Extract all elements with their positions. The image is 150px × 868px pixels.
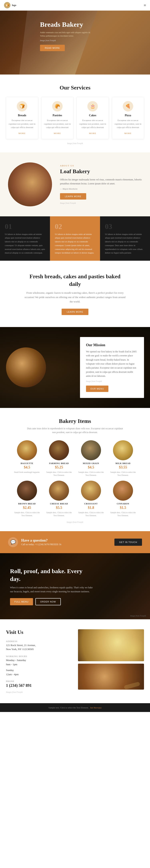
breads-icon: 🍞 bbox=[17, 101, 27, 112]
hamburger-icon: ≡ bbox=[144, 3, 146, 7]
bakery-items-section: Bakery Items Duis aute irure dolor in re… bbox=[0, 408, 150, 531]
read-more-button[interactable]: READ MORE bbox=[40, 45, 65, 51]
mission-section: Our Mission We opened our first bakery i… bbox=[0, 327, 150, 408]
brown-image bbox=[17, 480, 37, 501]
service-cakes-link[interactable]: MORE bbox=[89, 132, 96, 134]
services-grid: 🍞 Breads Excepteur sint occaecat cupidat… bbox=[6, 97, 144, 139]
fresh-desc: From wholesome, organic loaves to mouth-… bbox=[23, 291, 127, 304]
pastries-icon: 🥐 bbox=[52, 101, 63, 112]
cakes-icon: 🎂 bbox=[87, 101, 98, 112]
service-pizza-desc: Excepteur sint occaecat cupidatat non pr… bbox=[115, 119, 142, 129]
cheese-price: $5.5 bbox=[45, 506, 73, 510]
full-menu-button[interactable]: FULL MENU bbox=[10, 598, 33, 605]
mission-credit: Image from Freepik bbox=[86, 380, 138, 382]
mission-text: We opened our first bakery in the South … bbox=[86, 350, 138, 378]
loaf-content: ABOUT US Loaf Bakery Officies his intege… bbox=[60, 164, 142, 204]
footer-text: Sample text. Click to select the Text El… bbox=[6, 706, 144, 709]
mixed-name: MIXED GRAIN bbox=[77, 462, 105, 464]
roll-section: Roll, proof, and bake. Every day. When i… bbox=[0, 553, 150, 619]
visit-address-block: ADDRESS 121 Rock Street, 21 Avenue,New Y… bbox=[6, 640, 72, 652]
item-cheese-bread: CHEESE BREAD $5.5 Sample desc. Click to … bbox=[45, 480, 73, 517]
farming-price: $5.25 bbox=[45, 465, 73, 469]
croissant-image bbox=[81, 480, 101, 501]
order-now-button[interactable]: ORDER NOW bbox=[35, 598, 61, 605]
question-subtitle: Call us today: +1 (234) 5678 FREEEE Or bbox=[21, 543, 61, 546]
service-breads-name: Breads bbox=[9, 114, 36, 117]
num-block-3: 03 Ut labore et dolore magna enim ad min… bbox=[100, 216, 150, 261]
baguette-image bbox=[17, 440, 37, 460]
visit-phone-value: 1 (234) 567 891 bbox=[6, 683, 72, 688]
roll-buttons: FULL MENU ORDER NOW bbox=[10, 598, 94, 605]
farming-name: FARMING BREAD bbox=[45, 462, 73, 464]
num-block-1: 01 Ut labore et dolore magna enim ad min… bbox=[0, 216, 50, 261]
loaf-label: ABOUT US bbox=[60, 164, 142, 167]
hero-image-credit: Image from Freepik bbox=[40, 39, 144, 41]
item-farming-bread: FARMING BREAD $5.25 Sample desc. Click t… bbox=[45, 440, 73, 477]
loaf-learn-more-button[interactable]: LEARN MORE bbox=[60, 193, 86, 199]
visit-image-bottom bbox=[78, 663, 144, 690]
visit-images bbox=[78, 629, 144, 690]
croissant-desc: Sample desc. Click to select the Text El… bbox=[77, 511, 105, 517]
hero-subtitle: Addit venenatis cras sed felis eget veli… bbox=[40, 31, 94, 38]
croissant-name: CROISSANT bbox=[77, 503, 105, 505]
num-label-3: 03 bbox=[105, 222, 145, 231]
site-header: 🍞 logo ≡ bbox=[0, 0, 150, 10]
roll-desc: When it comes to bread and sandwiches, f… bbox=[10, 586, 94, 594]
question-title: Have a question? bbox=[21, 538, 61, 542]
service-breads-link[interactable]: MORE bbox=[19, 132, 26, 134]
roll-title: Roll, proof, and bake. Every day. bbox=[10, 567, 94, 583]
milk-name: MILK BREAD bbox=[109, 462, 137, 464]
cinnabon-name: CINNABON bbox=[109, 503, 137, 505]
croissant-price: $1.8 bbox=[77, 506, 105, 510]
roll-content: Roll, proof, and bake. Every day. When i… bbox=[10, 567, 94, 605]
milk-price: $3.55 bbox=[109, 465, 137, 469]
baguette-name: BAGUETTE bbox=[13, 462, 41, 464]
logo-text: logo bbox=[12, 4, 16, 7]
footer-link[interactable]: Jan Skovajsa bbox=[90, 706, 101, 709]
milk-desc: Sample desc. Click to select the Text El… bbox=[109, 471, 137, 477]
num-label-1: 01 bbox=[5, 222, 45, 231]
visit-title: Visit Us bbox=[6, 629, 72, 635]
service-cakes-desc: Excepteur sint occaecat cupidatat non pr… bbox=[79, 119, 106, 129]
logo[interactable]: 🍞 logo bbox=[4, 2, 16, 8]
loaf-section: ABOUT US Loaf Bakery Officies his intege… bbox=[0, 152, 150, 216]
hero-content: Breads Bakery Addit venenatis cras sed f… bbox=[40, 21, 144, 51]
cheese-desc: Sample desc. Click to select the Text El… bbox=[45, 511, 73, 517]
question-left: 💬 Have a question? Call us today: +1 (23… bbox=[8, 537, 61, 547]
service-pizza-name: Pizza bbox=[115, 114, 142, 117]
mission-our-menu-button[interactable]: OUR MENU bbox=[86, 385, 109, 392]
visit-hours-label: WORKING HOURS bbox=[6, 655, 72, 657]
mixed-desc: Sample desc. Click to select the Text El… bbox=[77, 471, 105, 477]
question-section: 💬 Have a question? Call us today: +1 (23… bbox=[0, 531, 150, 553]
milk-image bbox=[113, 440, 133, 460]
service-pastries-link[interactable]: MORE bbox=[54, 132, 61, 134]
loaf-image bbox=[8, 162, 52, 206]
pizza-icon: 🍕 bbox=[123, 101, 133, 112]
service-pizza-link[interactable]: MORE bbox=[124, 132, 131, 134]
bakery-items-credit: Images from Freepik bbox=[6, 521, 144, 523]
numbered-section: 01 Ut labore et dolore magna enim ad min… bbox=[0, 216, 150, 261]
brown-desc: Sample desc. Click to select the Text El… bbox=[13, 511, 41, 517]
bakery-items-subtitle: Duis aute irure dolor in reprehenderit i… bbox=[25, 427, 125, 434]
fresh-learn-more-button[interactable]: LEARN MORE bbox=[62, 309, 89, 315]
farming-desc: Sample desc. Click to select the Text El… bbox=[45, 471, 73, 477]
hero-section: Breads Bakery Addit venenatis cras sed f… bbox=[0, 10, 150, 74]
num-text-2: Ut labore et dolore magna enim ad minim … bbox=[55, 232, 95, 255]
services-image-credit: Image from Freepik bbox=[6, 142, 144, 145]
service-card-breads: 🍞 Breads Excepteur sint occaecat cupidat… bbox=[6, 97, 38, 139]
visit-image-top bbox=[78, 629, 144, 661]
num-label-2: 02 bbox=[55, 222, 95, 231]
visit-credit: Images from Freepik bbox=[6, 691, 72, 693]
farming-image bbox=[49, 440, 69, 460]
brown-price: $2.45 bbox=[13, 506, 41, 510]
roll-credit: Image from Freepik bbox=[130, 615, 146, 617]
visit-phone-label: PHONE bbox=[6, 680, 72, 682]
get-in-touch-button[interactable]: GET IN TOUCH bbox=[114, 538, 142, 546]
num-text-1: Ut labore et dolore magna enim ad minim … bbox=[5, 232, 45, 255]
visit-hours-block: WORKING HOURS Monday - Saturday9am - 1pm… bbox=[6, 655, 72, 676]
loaf-image-credit: Image from Freepik bbox=[60, 202, 142, 204]
item-mixed-grain: MIXED GRAIN $4.5 Sample desc. Click to s… bbox=[77, 440, 105, 477]
visit-phone-block: PHONE 1 (234) 567 891 bbox=[6, 680, 72, 688]
bakery-items-title: Bakery Items bbox=[6, 418, 144, 424]
hamburger-menu[interactable]: ≡ bbox=[144, 3, 146, 8]
